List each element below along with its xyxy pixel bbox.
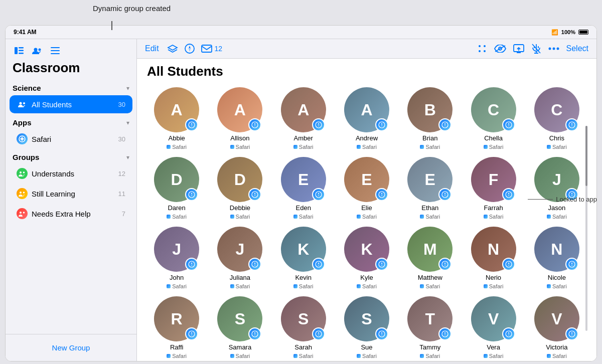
student-card[interactable]: DDebbieSafari	[210, 157, 269, 220]
student-card[interactable]: MMatthewSafari	[400, 227, 460, 289]
sidebar-item-safari[interactable]: Safari 30	[10, 130, 132, 148]
svg-point-66	[316, 192, 322, 198]
app-dot-icon	[484, 354, 488, 358]
sidebar-toggle-icon[interactable]	[13, 44, 26, 57]
mute-icon[interactable]	[531, 43, 541, 54]
student-card[interactable]: CChrisSafari	[527, 87, 586, 150]
student-card[interactable]: EEdenSafari	[274, 157, 333, 220]
student-app-label: Safari	[547, 353, 567, 359]
student-app-name: Safari	[552, 283, 567, 289]
status-time: 9:41 AM	[14, 29, 37, 36]
student-card[interactable]: SSamaraSafari	[210, 296, 269, 359]
student-card[interactable]: AAbbieSafari	[147, 87, 206, 150]
student-card[interactable]: VVeraSafari	[464, 296, 523, 359]
safari-label: Safari	[32, 135, 118, 143]
svg-marker-116	[444, 334, 446, 336]
layers-icon[interactable]	[167, 44, 178, 53]
students-scroll-area[interactable]: AAbbieSafariAAllisonSafariAAmberSafariAA…	[137, 82, 596, 361]
student-app-name: Safari	[172, 353, 187, 359]
student-card[interactable]: FFarrahSafari	[464, 157, 523, 220]
svg-marker-101	[571, 265, 572, 267]
svg-point-14	[23, 171, 25, 173]
student-card[interactable]: JJohnSafari	[147, 227, 206, 289]
eye-icon[interactable]	[494, 45, 506, 53]
student-card[interactable]: AAllisonSafari	[210, 87, 269, 150]
svg-rect-2	[19, 50, 24, 52]
app-badge-icon	[375, 258, 388, 271]
app-badge-icon	[502, 188, 515, 201]
student-card[interactable]: SSueSafari	[337, 296, 396, 359]
student-card[interactable]: AAmberSafari	[274, 87, 333, 150]
student-name: Eden	[296, 204, 311, 212]
apps-section-title: Apps	[13, 118, 32, 127]
list-icon[interactable]	[49, 44, 62, 57]
student-app-name: Safari	[236, 283, 250, 289]
student-app-name: Safari	[489, 214, 504, 220]
student-card[interactable]: NNerioSafari	[464, 227, 523, 289]
student-name: Jason	[548, 204, 565, 212]
student-app-label: Safari	[167, 283, 187, 289]
student-card[interactable]: KKevinSafari	[274, 227, 333, 289]
compass-icon[interactable]	[184, 43, 195, 54]
student-card[interactable]: DDarenSafari	[147, 157, 206, 220]
app-grid-icon[interactable]	[477, 44, 487, 54]
student-name: Victoria	[546, 343, 567, 351]
needs-extra-help-group-icon	[17, 208, 28, 219]
svg-point-87	[316, 261, 322, 267]
sidebar-item-all-students[interactable]: All Students 30	[10, 95, 132, 113]
svg-marker-77	[508, 195, 509, 197]
student-app-label: Safari	[484, 283, 504, 289]
svg-point-37	[552, 48, 555, 50]
student-card[interactable]: VVictoriaSafari	[527, 296, 586, 359]
student-name: Elie	[361, 204, 372, 212]
student-card[interactable]: EElieSafari	[337, 157, 396, 220]
sidebar-item-needs-extra-help[interactable]: Needs Extra Help 7	[10, 205, 132, 223]
student-card[interactable]: NNicoleSafari	[527, 227, 586, 289]
student-card[interactable]: TTammySafari	[400, 296, 460, 359]
svg-point-42	[252, 122, 258, 128]
app-badge-icon	[375, 327, 388, 340]
student-card[interactable]: RRaffiSafari	[147, 296, 206, 359]
student-name: Matthew	[418, 274, 442, 281]
student-avatar: V	[471, 296, 516, 341]
student-card[interactable]: JJasonSafari	[527, 157, 586, 220]
sidebar-item-still-learning[interactable]: Still Learning 11	[10, 185, 132, 203]
svg-point-114	[442, 331, 448, 337]
people-icon[interactable]	[31, 44, 44, 57]
sidebar-header	[6, 39, 136, 60]
student-card[interactable]: BBrianSafari	[400, 87, 460, 150]
science-section-header[interactable]: Science ▾	[6, 80, 136, 94]
sidebar-item-understands[interactable]: Understands 12	[10, 164, 132, 183]
groups-section-header[interactable]: Groups ▾	[6, 149, 136, 163]
student-card[interactable]: EEthanSafari	[400, 157, 460, 220]
student-app-label: Safari	[293, 283, 314, 289]
svg-point-10	[23, 102, 25, 104]
student-card[interactable]: KKyleSafari	[337, 227, 396, 289]
student-card[interactable]: AAndrewSafari	[337, 87, 396, 150]
toolbar-left-icons: 12	[167, 43, 223, 54]
app-badge-icon	[375, 118, 388, 131]
mail-icon[interactable]: 12	[201, 45, 223, 53]
student-app-name: Safari	[489, 144, 504, 150]
student-card[interactable]: JJulianaSafari	[210, 227, 269, 289]
svg-marker-68	[318, 195, 319, 197]
student-card[interactable]: SSarahSafari	[274, 296, 333, 359]
main-area: Classroom Science ▾ All Students 30	[6, 39, 596, 361]
svg-marker-109	[318, 332, 319, 334]
edit-button[interactable]: Edit	[145, 44, 159, 53]
svg-point-69	[379, 192, 385, 198]
student-card[interactable]: CChellaSafari	[464, 87, 523, 150]
screen-share-icon[interactable]	[513, 44, 524, 53]
scroll-indicator	[585, 126, 587, 331]
student-app-label: Safari	[484, 214, 504, 220]
app-dot-icon	[357, 284, 361, 288]
new-group-button[interactable]: New Group	[13, 340, 129, 355]
student-name: Kevin	[295, 274, 312, 281]
apps-section-header[interactable]: Apps ▾	[6, 114, 136, 129]
svg-marker-94	[444, 262, 446, 264]
more-icon[interactable]	[548, 47, 559, 50]
select-button[interactable]: Select	[566, 44, 588, 53]
student-name: Abbie	[169, 134, 185, 142]
svg-marker-76	[508, 193, 509, 195]
student-app-name: Safari	[425, 353, 440, 359]
